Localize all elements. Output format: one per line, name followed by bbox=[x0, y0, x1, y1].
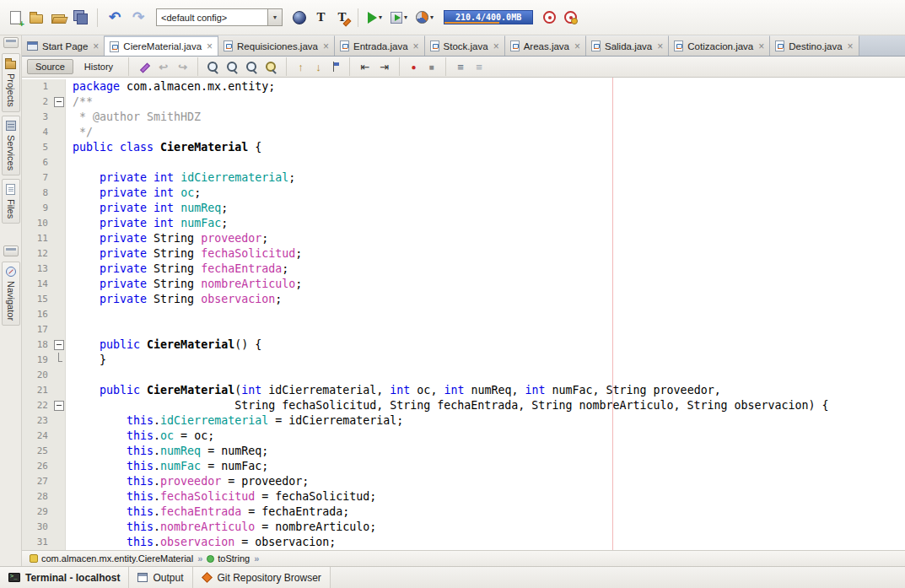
line-number[interactable]: 10 bbox=[22, 216, 52, 231]
comment-button[interactable] bbox=[452, 57, 469, 76]
fold-marker-icon[interactable] bbox=[52, 398, 66, 413]
tab-destino-java[interactable]: Destino.java× bbox=[770, 35, 859, 56]
new-file-button[interactable] bbox=[7, 5, 24, 30]
history-view-button[interactable]: History bbox=[76, 59, 121, 74]
line-number[interactable]: 12 bbox=[22, 246, 52, 262]
shift-left-button[interactable] bbox=[356, 57, 374, 76]
tab-requisiciones-java[interactable]: Requisiciones.java× bbox=[218, 35, 335, 56]
code-line[interactable]: 15 private String observacion; bbox=[22, 292, 905, 307]
line-number[interactable]: 26 bbox=[22, 459, 52, 474]
globe-button[interactable] bbox=[289, 5, 310, 30]
start-macro-button[interactable] bbox=[406, 57, 422, 76]
line-number[interactable]: 13 bbox=[22, 262, 52, 277]
fold-marker-icon[interactable] bbox=[52, 94, 66, 110]
line-number[interactable]: 8 bbox=[22, 186, 52, 201]
tab-stock-java[interactable]: Stock.java× bbox=[425, 35, 505, 56]
line-number[interactable]: 24 bbox=[22, 429, 52, 444]
line-number[interactable]: 22 bbox=[22, 398, 52, 413]
config-dropdown[interactable]: <default config> bbox=[156, 8, 283, 26]
line-number[interactable]: 15 bbox=[22, 292, 52, 307]
stop-macro-button[interactable] bbox=[423, 57, 439, 76]
save-all-button[interactable] bbox=[70, 5, 91, 30]
code-line[interactable]: 5public class CiereMaterial { bbox=[22, 140, 905, 155]
profile-project-button[interactable]: ▾ bbox=[412, 5, 437, 30]
line-number[interactable]: 5 bbox=[22, 140, 52, 155]
sidebar-item-projects[interactable]: Projects bbox=[2, 53, 20, 112]
code-line[interactable]: 11 private String proveedor; bbox=[22, 231, 905, 246]
back-button[interactable] bbox=[154, 57, 172, 76]
code-line[interactable]: 24 this.oc = oc; bbox=[22, 429, 905, 444]
code-line[interactable]: 9 private int numReq; bbox=[22, 201, 905, 216]
line-number[interactable]: 6 bbox=[22, 155, 52, 170]
close-icon[interactable]: × bbox=[758, 41, 764, 51]
dock-handle-icon[interactable] bbox=[3, 37, 19, 48]
code-editor[interactable]: 1package com.almacen.mx.entity;2/**3 * @… bbox=[22, 78, 905, 550]
code-line[interactable]: 18 public CiereMaterial() { bbox=[22, 337, 905, 353]
line-number[interactable]: 20 bbox=[22, 368, 52, 383]
line-number[interactable]: 27 bbox=[22, 474, 52, 489]
find-next-button[interactable] bbox=[224, 57, 241, 76]
clock-1-button[interactable] bbox=[540, 5, 559, 30]
line-number[interactable]: 21 bbox=[22, 383, 52, 398]
close-icon[interactable]: × bbox=[848, 41, 854, 51]
line-number[interactable]: 16 bbox=[22, 307, 52, 322]
template-tool-button[interactable] bbox=[332, 5, 352, 30]
close-icon[interactable]: × bbox=[657, 41, 663, 51]
code-line[interactable]: 17 bbox=[22, 322, 905, 337]
code-line[interactable]: 2/** bbox=[22, 94, 905, 110]
breadcrumb-item[interactable]: toString bbox=[204, 553, 252, 564]
statusbar-output[interactable]: Output bbox=[129, 567, 192, 588]
source-view-button[interactable]: Source bbox=[27, 59, 73, 74]
code-line[interactable]: 23 this.idCierrematerial = idCierremater… bbox=[22, 413, 905, 429]
chevron-down-icon[interactable]: ▾ bbox=[430, 13, 434, 21]
line-number[interactable]: 28 bbox=[22, 489, 52, 504]
line-number[interactable]: 19 bbox=[22, 353, 52, 368]
chevron-down-icon[interactable] bbox=[267, 9, 282, 25]
sidebar-item-services[interactable]: Services bbox=[2, 116, 20, 175]
redo-button[interactable] bbox=[127, 5, 149, 30]
toggle-bookmark-button[interactable] bbox=[328, 57, 343, 76]
toggle-highlight-button[interactable] bbox=[262, 57, 280, 76]
close-icon[interactable]: × bbox=[207, 41, 213, 51]
memory-indicator[interactable]: 210.4/400.0MB bbox=[444, 10, 533, 24]
tab-start-page[interactable]: Start Page× bbox=[22, 35, 105, 56]
shift-right-button[interactable] bbox=[375, 57, 393, 76]
code-line[interactable]: 4 */ bbox=[22, 125, 905, 140]
code-line[interactable]: 30 this.nombreArticulo = nombreArticulo; bbox=[22, 520, 905, 535]
run-project-button[interactable]: ▾ bbox=[364, 5, 385, 30]
code-line[interactable]: 7 private int idCierrematerial; bbox=[22, 170, 905, 186]
line-number[interactable]: 7 bbox=[22, 170, 52, 186]
line-number[interactable]: 18 bbox=[22, 337, 52, 353]
close-icon[interactable]: × bbox=[323, 41, 329, 51]
line-number[interactable]: 23 bbox=[22, 413, 52, 429]
close-icon[interactable]: × bbox=[574, 41, 580, 51]
line-number[interactable]: 3 bbox=[22, 110, 52, 125]
code-line[interactable]: 28 this.fechaSolicitud = fechaSolicitud; bbox=[22, 489, 905, 504]
previous-bookmark-button[interactable] bbox=[293, 57, 309, 76]
tab-entrada-java[interactable]: Entrada.java× bbox=[335, 35, 425, 56]
tab-salida-java[interactable]: Salida.java× bbox=[586, 35, 669, 56]
forward-button[interactable] bbox=[174, 57, 191, 76]
code-line[interactable]: 6 bbox=[22, 155, 905, 170]
close-icon[interactable]: × bbox=[93, 41, 99, 51]
tab-cotizacion-java[interactable]: Cotizacion.java× bbox=[669, 35, 770, 56]
code-line[interactable]: 27 this.proveedor = proveedor; bbox=[22, 474, 905, 489]
close-icon[interactable]: × bbox=[493, 41, 499, 51]
line-number[interactable]: 25 bbox=[22, 444, 52, 459]
code-line[interactable]: 3 * @author SmithHDZ bbox=[22, 110, 905, 125]
code-line[interactable]: 25 this.numReq = numReq; bbox=[22, 444, 905, 459]
code-line[interactable]: 14 private String nombreArticulo; bbox=[22, 277, 905, 292]
line-number[interactable]: 30 bbox=[22, 520, 52, 535]
statusbar-terminal-localhost[interactable]: Terminal - localhost bbox=[0, 567, 129, 588]
line-number[interactable]: 17 bbox=[22, 322, 52, 337]
sidebar-item-files[interactable]: Files bbox=[2, 179, 20, 224]
text-tool-button[interactable] bbox=[311, 5, 331, 30]
tab-areas-java[interactable]: Areas.java× bbox=[505, 35, 586, 56]
undo-button[interactable] bbox=[104, 5, 126, 30]
code-line[interactable]: 10 private int numFac; bbox=[22, 216, 905, 231]
find-previous-button[interactable] bbox=[243, 57, 261, 76]
code-line[interactable]: 29 this.fechaEntrada = fechaEntrada; bbox=[22, 504, 905, 520]
code-line[interactable]: 19 } bbox=[22, 353, 905, 368]
code-line[interactable]: 20 bbox=[22, 368, 905, 383]
code-line[interactable]: 31 this.observacion = observacion; bbox=[22, 535, 905, 550]
